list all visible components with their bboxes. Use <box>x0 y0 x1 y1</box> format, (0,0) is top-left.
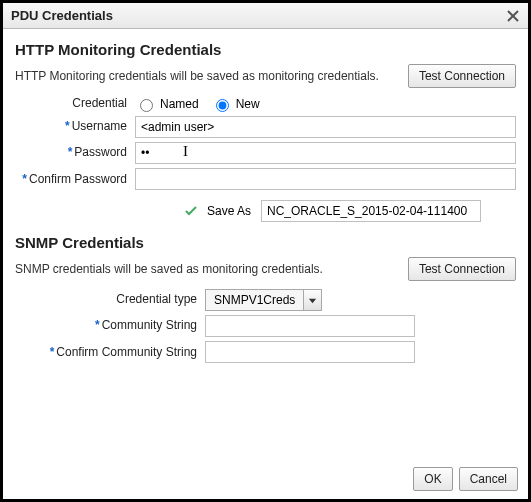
cancel-button[interactable]: Cancel <box>459 467 518 491</box>
close-icon[interactable] <box>506 9 520 23</box>
credential-type-label: Credential type <box>15 293 205 306</box>
http-test-connection-button[interactable]: Test Connection <box>408 64 516 88</box>
confirm-password-row: *Confirm Password <box>15 168 516 190</box>
svg-marker-2 <box>309 298 316 303</box>
snmp-heading: SNMP Credentials <box>15 234 516 251</box>
username-row: *Username <box>15 116 516 138</box>
http-heading: HTTP Monitoring Credentials <box>15 41 516 58</box>
password-input[interactable] <box>135 142 516 164</box>
titlebar: PDU Credentials <box>3 3 528 29</box>
credential-new-radio[interactable] <box>216 99 229 112</box>
confirm-community-label: *Confirm Community String <box>15 346 205 359</box>
confirm-password-label: *Confirm Password <box>15 173 135 186</box>
ok-button[interactable]: OK <box>413 467 452 491</box>
confirm-community-input[interactable] <box>205 341 415 363</box>
password-row: *Password I <box>15 142 516 164</box>
credential-label: Credential <box>15 97 135 110</box>
credential-mode-row: Credential Named New <box>15 96 516 112</box>
credential-radio-group: Named New <box>135 96 516 112</box>
dialog-title: PDU Credentials <box>11 8 113 23</box>
credential-named-label: Named <box>160 97 199 111</box>
http-top-row: HTTP Monitoring credentials will be save… <box>15 64 516 88</box>
credential-new-option[interactable]: New <box>211 96 260 112</box>
chevron-down-icon[interactable] <box>303 290 321 310</box>
pdu-credentials-dialog: PDU Credentials HTTP Monitoring Credenti… <box>0 0 531 502</box>
credential-type-row: Credential type SNMPV1Creds <box>15 289 516 311</box>
saveas-label: Save As <box>207 204 251 218</box>
dialog-content: HTTP Monitoring Credentials HTTP Monitor… <box>3 29 528 461</box>
community-row: *Community String <box>15 315 516 337</box>
credential-type-select[interactable]: SNMPV1Creds <box>205 289 322 311</box>
credential-type-value: SNMPV1Creds <box>206 293 303 307</box>
community-input[interactable] <box>205 315 415 337</box>
text-cursor-icon: I <box>183 143 188 160</box>
credential-named-radio[interactable] <box>140 99 153 112</box>
snmp-test-connection-button[interactable]: Test Connection <box>408 257 516 281</box>
saveas-input[interactable] <box>261 200 481 222</box>
confirm-community-row: *Confirm Community String <box>15 341 516 363</box>
dialog-footer: OK Cancel <box>3 461 528 499</box>
community-label: *Community String <box>15 319 205 332</box>
snmp-subtext: SNMP credentials will be saved as monito… <box>15 262 323 276</box>
credential-named-option[interactable]: Named <box>135 96 199 112</box>
password-label: *Password <box>15 146 135 159</box>
snmp-form: Credential type SNMPV1Creds *Community S… <box>15 289 516 363</box>
check-icon <box>185 205 197 217</box>
saveas-row: Save As <box>15 200 516 222</box>
credential-new-label: New <box>236 97 260 111</box>
username-input[interactable] <box>135 116 516 138</box>
confirm-password-input[interactable] <box>135 168 516 190</box>
snmp-top-row: SNMP credentials will be saved as monito… <box>15 257 516 281</box>
username-label: *Username <box>15 120 135 133</box>
http-subtext: HTTP Monitoring credentials will be save… <box>15 69 379 83</box>
